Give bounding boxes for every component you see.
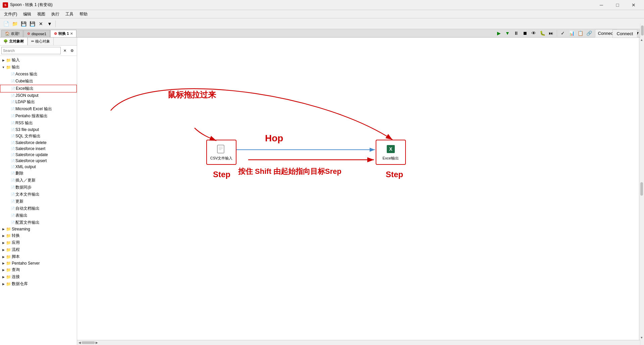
search-clear-button[interactable]: ✕ xyxy=(61,47,68,54)
tree-arrow: ▶ xyxy=(1,262,5,265)
sidebar-tab-core[interactable]: ✏ 核心对象 xyxy=(28,38,54,45)
search-input[interactable] xyxy=(1,47,61,54)
tab-dispose1[interactable]: ⚙ dispose1 xyxy=(23,30,50,37)
tree-item-Streaming[interactable]: ▶ 📁 Streaming xyxy=(0,226,77,232)
annotation-shift: 按住 Shift 由起始指向目标Srep xyxy=(238,166,341,177)
canvas-area[interactable]: 鼠标拖拉过来 Hop 按住 Shift 由起始指向目标Srep xyxy=(77,38,644,340)
tree-item-流程[interactable]: ▶ 📁 流程 xyxy=(0,246,77,253)
tree-item-输出[interactable]: ▼ 📁 输出 xyxy=(0,64,77,71)
folder-icon: 📁 xyxy=(6,282,11,286)
tree-item-数据仓库[interactable]: ▶ 📁 数据仓库 xyxy=(0,280,77,287)
step-csv[interactable]: CSV文件输入 xyxy=(206,140,236,165)
tree-item-Salesforce_update[interactable]: 📄 Salesforce update xyxy=(0,152,77,158)
tab-transform1-close[interactable]: ✕ xyxy=(70,32,73,36)
tab-transform1-label: 转换 1 xyxy=(58,31,69,36)
tab-welcome[interactable]: 🏠 欢迎! xyxy=(1,30,23,37)
minimize-button[interactable]: ─ xyxy=(594,0,609,10)
file-icon: 📄 xyxy=(11,214,15,217)
new-button[interactable]: 📄 xyxy=(2,20,10,28)
tree-item-Excel输出[interactable]: 📄 Excel输出 xyxy=(0,85,77,92)
search-options-button[interactable]: ⚙ xyxy=(69,47,75,54)
tree-item-Salesforce_delete[interactable]: 📄 Salesforce delete xyxy=(0,140,77,146)
tree-item-Pentaho_报表输出[interactable]: 📄 Pentaho 报表输出 xyxy=(0,113,77,120)
tree-item-自动文档输出[interactable]: 📄 自动文档输出 xyxy=(0,205,77,212)
menu-tools[interactable]: 工具 xyxy=(63,11,76,18)
open-button[interactable]: 📁 xyxy=(11,20,19,28)
tree-item-文本文件输出[interactable]: 📄 文本文件输出 xyxy=(0,191,77,198)
tree-item-应用[interactable]: ▶ 📁 应用 xyxy=(0,239,77,246)
copy-button[interactable]: 📋 xyxy=(576,29,584,37)
canvas-hscroll[interactable]: ◀ ▶ xyxy=(77,340,644,345)
file-icon: 📄 xyxy=(11,141,15,145)
tree-item-查询[interactable]: ▶ 📁 查询 xyxy=(0,266,77,273)
analyze-button[interactable]: 📊 xyxy=(568,29,576,37)
menu-view[interactable]: 视图 xyxy=(35,11,48,18)
tree-item-输入[interactable]: ▶ 📁 输入 xyxy=(0,57,77,64)
tree-item-转换[interactable]: ▶ 📁 转换 xyxy=(0,232,77,239)
tree-arrow: ▶ xyxy=(1,275,5,279)
check-button[interactable]: ✓ xyxy=(559,29,567,37)
tree-arrow: ▶ xyxy=(1,241,5,245)
step-excel[interactable]: X Excel输出 xyxy=(376,140,406,165)
menu-help[interactable]: 帮助 xyxy=(77,11,90,18)
canvas-content: 鼠标拖拉过来 Hop 按住 Shift 由起始指向目标Srep xyxy=(77,38,644,340)
tab-welcome-icon: 🏠 xyxy=(5,31,10,36)
step-button[interactable]: ⏭ xyxy=(547,29,555,37)
canvas-vscroll[interactable]: ▲ ▼ xyxy=(639,38,644,340)
tree-item-RSS_输出[interactable]: 📄 RSS 输出 xyxy=(0,120,77,127)
tree-item-Microsoft_Excel_输出[interactable]: 📄 Microsoft Excel 输出 xyxy=(0,106,77,113)
close-file-button[interactable]: ✕ xyxy=(37,20,45,28)
save-as-button[interactable]: 💾 xyxy=(28,20,36,28)
tree-item-连接[interactable]: ▶ 📁 连接 xyxy=(0,273,77,280)
tree-item-删除[interactable]: 📄 删除 xyxy=(0,170,77,177)
tree-item-表输出[interactable]: 📄 表输出 xyxy=(0,212,77,219)
file-icon: 📄 xyxy=(11,179,15,182)
tree-item-SQL_文件输出[interactable]: 📄 SQL 文件输出 xyxy=(0,133,77,140)
save-button[interactable]: 💾 xyxy=(19,20,28,28)
core-icon: ✏ xyxy=(31,39,34,43)
tab-dispose1-label: dispose1 xyxy=(32,32,46,36)
menu-edit[interactable]: 编辑 xyxy=(20,11,34,18)
file-icon: 📄 xyxy=(11,221,15,224)
tree-item-Salesforce_insert[interactable]: 📄 Salesforce insert xyxy=(0,146,77,152)
sidebar-tab-main[interactable]: 🌳 主对象树 xyxy=(0,38,28,45)
folder-icon: 📁 xyxy=(6,58,11,63)
excel-label: Excel输出 xyxy=(383,156,399,161)
folder-icon: 📁 xyxy=(6,248,11,252)
tree-item-Pentaho_Server[interactable]: ▶ 📁 Pentaho Server xyxy=(0,260,77,266)
debug-button[interactable]: 🐛 xyxy=(538,29,546,37)
tree-item-Cube输出[interactable]: 📄 Cube输出 xyxy=(0,78,77,85)
tree-arrow: ▶ xyxy=(1,282,5,286)
menu-execute[interactable]: 执行 xyxy=(49,11,62,18)
preview-button[interactable]: 👁 xyxy=(530,29,538,37)
tree-item-LDAP_输出[interactable]: 📄 LDAP 输出 xyxy=(0,98,77,106)
folder-icon: 📁 xyxy=(6,255,11,259)
stop-button[interactable]: ⏹ xyxy=(521,29,529,37)
tree-item-数据同步[interactable]: 📄 数据同步 xyxy=(0,184,77,191)
recent-button[interactable]: ▼ xyxy=(46,20,54,28)
tree-item-JSON_output[interactable]: 📄 JSON output xyxy=(0,92,77,98)
file-icon: 📄 xyxy=(11,121,15,125)
tree-item-更新[interactable]: 📄 更新 xyxy=(0,198,77,205)
app-icon: S xyxy=(3,2,8,8)
tree-item-Access_输出[interactable]: 📄 Access 输出 xyxy=(0,71,77,78)
run-button[interactable]: ▶ xyxy=(495,29,503,37)
maximize-button[interactable]: □ xyxy=(610,0,625,10)
close-button[interactable]: ✕ xyxy=(626,0,641,10)
impact-button[interactable]: 🔗 xyxy=(585,29,593,37)
connect-button[interactable]: Connect xyxy=(612,29,637,38)
tree-item-插入／更新[interactable]: 📄 插入／更新 xyxy=(0,177,77,184)
tree-item-Salesforce_upsert[interactable]: 📄 Salesforce upsert xyxy=(0,158,77,164)
tab-transform1[interactable]: ⚙ 转换 1 ✕ xyxy=(50,30,76,37)
run-dropdown[interactable]: ▼ xyxy=(503,29,512,37)
tree-item-S3_file_output[interactable]: 📄 S3 file output xyxy=(0,127,77,133)
arrows-svg xyxy=(77,38,644,340)
sidebar: 🌳 主对象树 ✏ 核心对象 ✕ ⚙ ▶ 📁 输入 ▼ 📁 输出 xyxy=(0,38,77,345)
toolbar-sep2 xyxy=(557,30,557,37)
tree-item-XML_output[interactable]: 📄 XML output xyxy=(0,164,77,170)
tree-item-脚本[interactable]: ▶ 📁 脚本 xyxy=(0,253,77,260)
csv-icon xyxy=(216,144,227,154)
tree-item-配置文件输出[interactable]: 📄 配置文件输出 xyxy=(0,219,77,226)
pause-button[interactable]: ⏸ xyxy=(512,29,520,37)
menu-file[interactable]: 文件(F) xyxy=(1,11,20,18)
